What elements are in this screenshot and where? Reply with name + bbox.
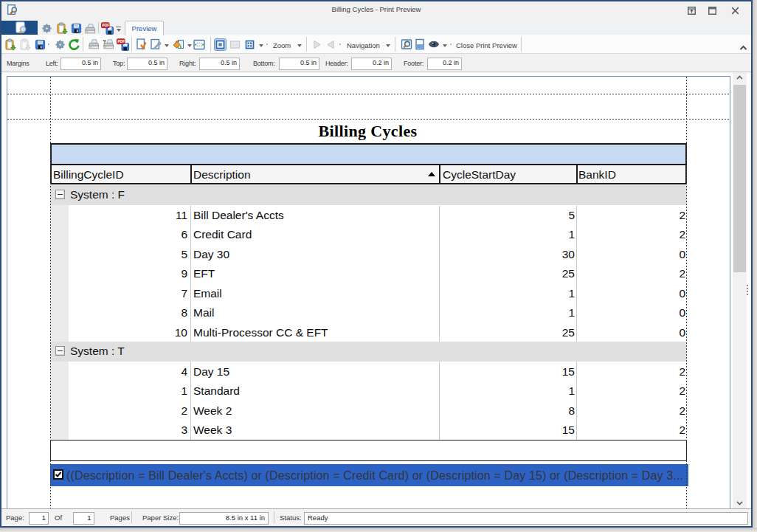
- svg-text:PDF: PDF: [103, 24, 110, 27]
- svg-text:PDF: PDF: [118, 40, 125, 44]
